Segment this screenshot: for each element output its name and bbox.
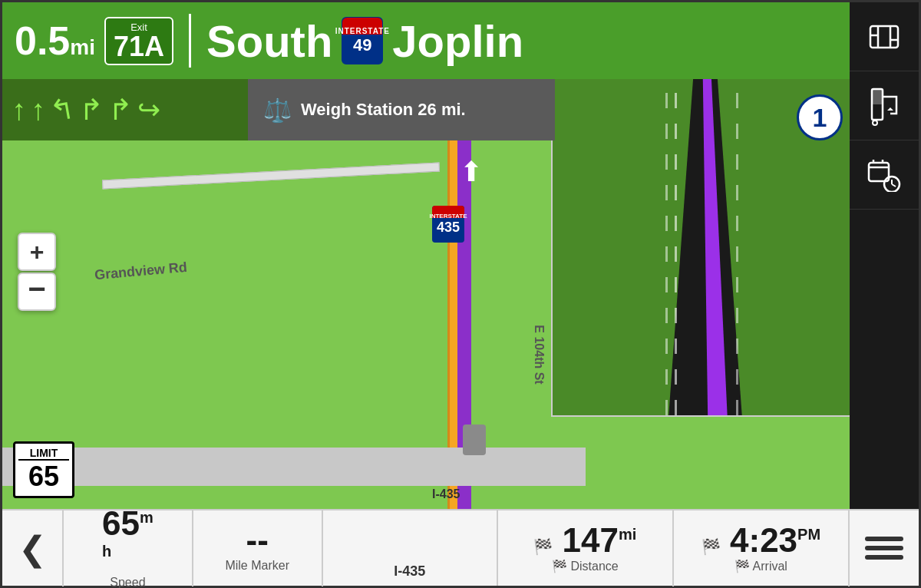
lane-dashes-right [736, 79, 738, 415]
lane-count-number: 1 [813, 103, 827, 133]
flag-icon-arr-label: 🏁 [734, 560, 753, 573]
arrow-straight-1: ↑ [12, 94, 26, 127]
flag-icon-distance: 🏁 [533, 538, 553, 555]
bottom-bar: ❮ 65mh Speed -- Mile Marker I-435 🏁 147m… [2, 509, 919, 586]
interstate-number: 49 [353, 35, 371, 55]
i435-label: I-435 [432, 487, 460, 501]
intersection-road [2, 448, 586, 486]
back-arrow-icon: ❮ [18, 529, 47, 568]
arrow-straight-2: ↑ [31, 94, 45, 127]
speed-limit-top-label: LIMIT [18, 447, 69, 461]
flag-icon-arrival: 🏁 [701, 538, 721, 555]
flag-icon-dist-label: 🏁 [552, 560, 570, 573]
lane-dashes-left [665, 79, 668, 415]
grandview-rd-label: Grandview Rd [94, 259, 187, 283]
weigh-station-icon: ⚖️ [263, 97, 292, 124]
zoom-out-button[interactable]: − [18, 273, 56, 311]
arrow-curve-right-1: ↱ [79, 93, 104, 127]
zoom-in-button[interactable]: + [18, 233, 56, 271]
grandview-road-line [102, 162, 440, 189]
zoom-controls: + − [18, 233, 56, 311]
svg-rect-0 [870, 26, 898, 48]
speed-limit-sign: LIMIT 65 [13, 441, 74, 498]
route-arrow: ⬆ [460, 156, 483, 188]
arrival-stat: 🏁 4:23PM 🏁 Arrival [674, 510, 850, 586]
right-sidebar [850, 2, 919, 514]
destination-text: Joplin [392, 15, 523, 67]
map-interstate-shield: INTERSTATE 435 [432, 206, 464, 243]
distance-display: 0.5mi [15, 18, 95, 64]
svg-marker-5 [887, 107, 893, 111]
current-road-label: I-435 [394, 563, 425, 580]
distance-label: 🏁 Distance [552, 559, 619, 573]
header-divider [189, 14, 191, 68]
route-icon [867, 86, 901, 126]
speed-stat: 65mh Speed [64, 510, 193, 586]
schedule-button[interactable] [850, 140, 919, 210]
exit-number: 71A [114, 33, 164, 61]
vehicle-icon [463, 424, 486, 455]
3d-view-inset: 1 [551, 79, 858, 417]
distance-unit: mi [70, 35, 95, 59]
interstate-label: INTERSTATE [335, 27, 390, 35]
calendar-clock-icon [867, 158, 901, 192]
direction-text: South [206, 15, 332, 67]
arrows-bar: ↑ ↑ ↱ ↱ ↱ ↪ [2, 79, 248, 140]
top-header-bar: 0.5mi Exit 71A South INTERSTATE 49 Jopli… [2, 2, 919, 79]
lane-dashes-center [675, 79, 677, 415]
mile-marker-value: -- [246, 524, 269, 557]
mile-marker-stat: -- Mile Marker [193, 510, 323, 586]
svg-line-13 [892, 184, 896, 187]
alert-text: Weigh Station 26 mi. [301, 100, 466, 120]
road-104th-label: E 104th St [532, 325, 546, 384]
exit-badge: Exit 71A [104, 17, 173, 65]
map-icon [867, 20, 901, 54]
alert-banner: ⚖️ Weigh Station 26 mi. [248, 79, 555, 140]
route-view-button[interactable] [850, 71, 919, 140]
distance-stat: 🏁 147mi 🏁 Distance [498, 510, 674, 586]
interstate-shield-badge: INTERSTATE 49 [342, 17, 383, 64]
menu-line-2 [865, 546, 903, 550]
arrival-value: 🏁 4:23PM [701, 524, 820, 557]
navigation-container: 0.5mi Exit 71A South INTERSTATE 49 Jopli… [0, 0, 921, 588]
menu-button[interactable] [850, 510, 919, 586]
arrow-turn-right: ↪ [137, 94, 160, 126]
map-view-button[interactable] [850, 2, 919, 71]
speed-value: 65mh [102, 507, 154, 574]
menu-line-1 [865, 537, 903, 541]
speed-limit-value: 65 [18, 461, 69, 493]
svg-rect-4 [872, 89, 883, 104]
arrival-label: 🏁 Arrival [734, 559, 787, 573]
arrow-curve-right-2: ↱ [108, 93, 133, 127]
menu-line-3 [865, 555, 903, 560]
distance-value: 🏁 147mi [533, 524, 636, 557]
arrival-ampm: PM [797, 526, 820, 543]
distance-value: 0.5 [15, 18, 70, 63]
back-button[interactable]: ❮ [2, 510, 64, 586]
mile-marker-label: Mile Marker [225, 559, 289, 573]
road-name-area: I-435 [323, 510, 498, 586]
speed-label: Speed [110, 576, 145, 588]
lane-count-badge: 1 [797, 94, 843, 140]
svg-point-6 [873, 121, 877, 125]
arrow-curve-left-1: ↱ [47, 91, 77, 129]
3d-road-container: 1 [553, 79, 858, 415]
